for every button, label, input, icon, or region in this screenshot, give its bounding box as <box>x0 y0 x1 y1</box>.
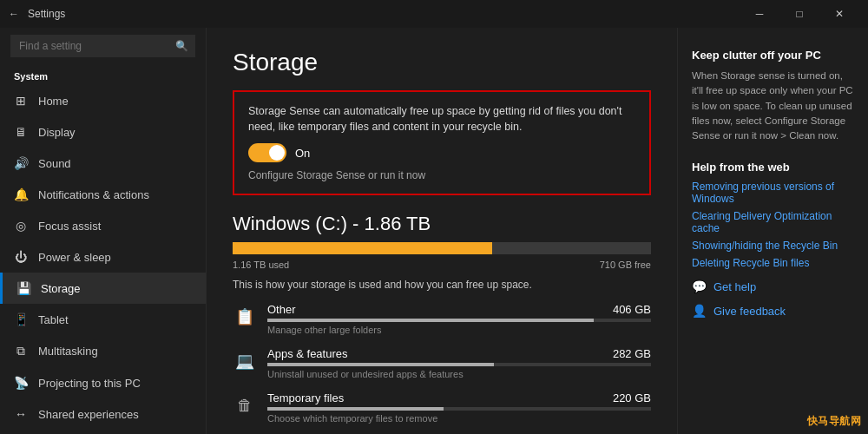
sidebar-item-display[interactable]: 🖥 Display <box>0 116 206 148</box>
storage-bar-fill <box>233 242 492 254</box>
sidebar-item-label-shared: Shared experiences <box>38 408 139 421</box>
storage-item-2[interactable]: 🗑 Temporary files 220 GB Choose which te… <box>233 391 651 424</box>
toggle-label: On <box>295 147 310 160</box>
shared-icon: ↔ <box>14 407 28 421</box>
storage-item-name-2: Temporary files <box>267 391 344 404</box>
sidebar-item-power[interactable]: ⏻ Power & sleep <box>0 241 206 273</box>
sidebar-item-multitasking[interactable]: ⧉ Multitasking <box>0 335 206 367</box>
used-label: 1.16 TB used <box>233 260 289 270</box>
storage-item-size-0: 406 GB <box>613 303 651 316</box>
sidebar-item-label-home: Home <box>38 95 69 108</box>
storage-item-size-1: 282 GB <box>613 347 651 360</box>
notifications-icon: 🔔 <box>14 187 28 201</box>
storage-sense-toggle[interactable] <box>248 143 286 162</box>
app-body: 🔍 System ⊞ Home🖥 Display🔊 Sound🔔 Notific… <box>0 28 868 434</box>
sidebar-item-label-power: Power & sleep <box>38 251 111 264</box>
sidebar-item-label-tablet: Tablet <box>38 313 69 326</box>
storage-item-bar-fill-1 <box>267 363 494 366</box>
storage-bar-container <box>233 242 651 254</box>
sidebar-item-focus[interactable]: ◎ Focus assist <box>0 210 206 241</box>
sidebar-item-sound[interactable]: 🔊 Sound <box>0 148 206 179</box>
focus-icon: ◎ <box>14 219 28 233</box>
sidebar-item-label-display: Display <box>38 126 76 139</box>
storage-items-list: 📋 Other 406 GB Manage other large folder… <box>233 303 651 434</box>
help-link-2[interactable]: Showing/hiding the Recycle Bin <box>692 240 854 252</box>
page-title: Storage <box>233 49 651 76</box>
storage-item-size-2: 220 GB <box>613 391 651 404</box>
multitasking-icon: ⧉ <box>14 344 28 358</box>
storage-icon: 💾 <box>16 281 30 295</box>
sidebar-item-label-multitasking: Multitasking <box>38 345 98 358</box>
main-content: Storage Storage Sense can automatically … <box>207 28 677 434</box>
storage-item-name-0: Other <box>267 303 296 316</box>
help-actions: 💬 Get help👤 Give feedback <box>692 279 854 318</box>
storage-labels: 1.16 TB used 710 GB free <box>233 260 651 270</box>
storage-item-info-1: Apps & features 282 GB Uninstall unused … <box>267 347 651 379</box>
help-link-3[interactable]: Deleting Recycle Bin files <box>692 257 854 269</box>
help-link-1[interactable]: Clearing Delivery Optimization cache <box>692 210 854 234</box>
get-help-label: Get help <box>713 280 756 293</box>
display-icon: 🖥 <box>14 125 28 139</box>
back-button[interactable]: ← <box>9 8 19 20</box>
sidebar-item-label-storage: Storage <box>41 282 81 295</box>
titlebar-controls: ─ □ ✕ <box>740 0 859 28</box>
give-feedback-label: Give feedback <box>713 305 786 318</box>
minimize-button[interactable]: ─ <box>740 0 779 28</box>
sidebar: 🔍 System ⊞ Home🖥 Display🔊 Sound🔔 Notific… <box>0 28 207 434</box>
sidebar-section-title: System <box>0 64 206 85</box>
sidebar-item-tablet[interactable]: 📱 Tablet <box>0 304 206 335</box>
help-links: Removing previous versions of WindowsCle… <box>692 181 854 269</box>
search-container: 🔍 <box>10 35 195 57</box>
power-icon: ⏻ <box>14 250 28 264</box>
maximize-button[interactable]: □ <box>779 0 819 28</box>
sidebar-item-projecting[interactable]: 📡 Projecting to this PC <box>0 367 206 398</box>
clutter-title: Keep clutter off your PC <box>692 49 854 62</box>
drive-title: Windows (C:) - 1.86 TB <box>233 213 651 235</box>
storage-sense-banner: Storage Sense can automatically free up … <box>233 90 651 195</box>
storage-item-desc-2: Choose which temporary files to remove <box>267 413 651 424</box>
search-input[interactable] <box>10 35 195 57</box>
configure-link[interactable]: Configure Storage Sense or run it now <box>248 169 635 181</box>
titlebar: ← Settings ─ □ ✕ <box>0 0 868 28</box>
sidebar-item-shared[interactable]: ↔ Shared experiences <box>0 398 206 430</box>
sidebar-item-label-projecting: Projecting to this PC <box>38 377 141 390</box>
storage-item-1[interactable]: 💻 Apps & features 282 GB Uninstall unuse… <box>233 347 651 379</box>
give-feedback-button[interactable]: 👤 Give feedback <box>692 304 854 318</box>
storage-item-0[interactable]: 📋 Other 406 GB Manage other large folder… <box>233 303 651 335</box>
storage-item-bar-fill-0 <box>267 319 594 322</box>
drive-section: Windows (C:) - 1.86 TB 1.16 TB used 710 … <box>233 213 651 434</box>
storage-item-bar-0 <box>267 319 651 322</box>
projecting-icon: 📡 <box>14 376 28 390</box>
help-from-web-title: Help from the web <box>692 161 854 174</box>
storage-item-info-2: Temporary files 220 GB Choose which temp… <box>267 391 651 424</box>
search-icon: 🔍 <box>175 40 188 52</box>
storage-sense-description: Storage Sense can automatically free up … <box>248 104 635 135</box>
storage-item-info-0: Other 406 GB Manage other large folders <box>267 303 651 335</box>
titlebar-title: Settings <box>28 8 65 20</box>
storage-item-desc-1: Uninstall unused or undesired apps & fea… <box>267 369 651 379</box>
clutter-text: When Storage sense is turned on, it'll f… <box>692 69 854 143</box>
tablet-icon: 📱 <box>14 312 28 326</box>
free-label: 710 GB free <box>600 260 651 270</box>
storage-description: This is how your storage is used and how… <box>233 279 651 291</box>
titlebar-left: ← Settings <box>9 8 65 20</box>
storage-item-desc-0: Manage other large folders <box>267 325 651 335</box>
sidebar-item-label-sound: Sound <box>38 157 71 170</box>
close-button[interactable]: ✕ <box>819 0 859 28</box>
storage-item-name-1: Apps & features <box>267 347 348 360</box>
right-panel: Keep clutter off your PC When Storage se… <box>677 28 868 434</box>
storage-item-icon-0: 📋 <box>233 305 257 329</box>
storage-item-bar-2 <box>267 407 651 411</box>
sidebar-item-notifications[interactable]: 🔔 Notifications & actions <box>0 179 206 210</box>
sidebar-item-label-notifications: Notifications & actions <box>38 188 149 201</box>
storage-item-bar-1 <box>267 363 651 366</box>
sidebar-item-home[interactable]: ⊞ Home <box>0 85 206 116</box>
sound-icon: 🔊 <box>14 156 28 170</box>
help-link-0[interactable]: Removing previous versions of Windows <box>692 181 854 205</box>
storage-item-bar-fill-2 <box>267 407 444 411</box>
storage-item-icon-1: 💻 <box>233 349 257 373</box>
get-help-button[interactable]: 💬 Get help <box>692 279 854 293</box>
watermark: 快马导航网 <box>807 414 862 429</box>
give-feedback-icon: 👤 <box>692 304 707 318</box>
sidebar-item-storage[interactable]: 💾 Storage <box>0 273 206 304</box>
